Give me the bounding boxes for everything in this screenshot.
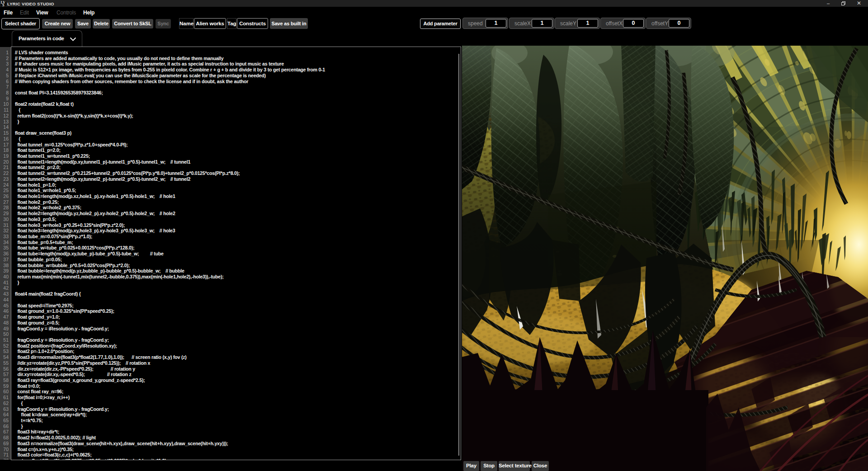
svg-text:S: S — [2, 3, 5, 6]
